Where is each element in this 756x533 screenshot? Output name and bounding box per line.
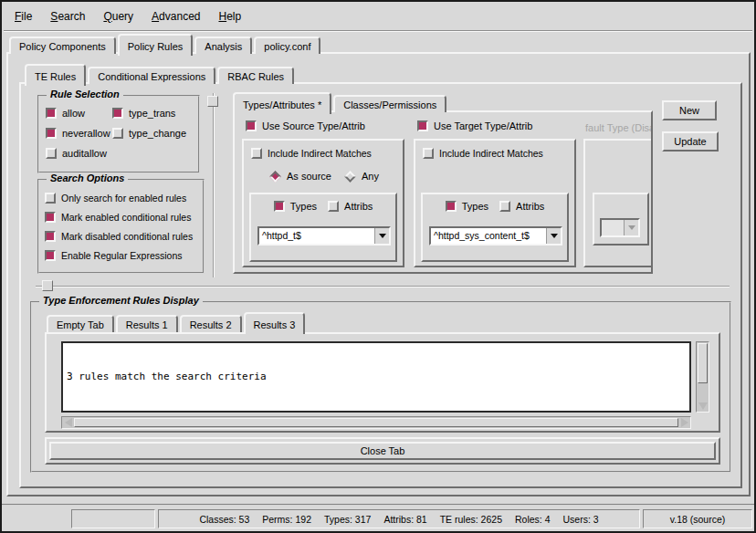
default-type-combobox bbox=[600, 218, 640, 237]
new-button[interactable]: New bbox=[662, 100, 717, 120]
checkbox-target-attribs[interactable]: Attribs bbox=[499, 201, 544, 212]
checkbox-neverallow[interactable]: neverallow bbox=[46, 128, 110, 139]
ta-tab-row: Types/Attributes * Classes/Permissions bbox=[233, 93, 448, 112]
menu-bar: File Search Query Advanced Help bbox=[5, 5, 250, 28]
menu-help[interactable]: Help bbox=[209, 6, 250, 26]
checkbox-use-source-type[interactable]: Use Source Type/Attrib bbox=[246, 120, 365, 131]
close-tab-bar: Close Tab bbox=[45, 437, 720, 465]
vertical-sash-handle[interactable] bbox=[207, 96, 218, 107]
checkbox-indicator bbox=[46, 108, 57, 119]
status-version-segment: v.18 (source) bbox=[643, 509, 752, 528]
menu-advanced[interactable]: Advanced bbox=[142, 6, 209, 26]
checkbox-use-target-type[interactable]: Use Target Type/Attrib bbox=[417, 120, 532, 131]
search-options-frame: Search Options Only search for enabled r… bbox=[37, 179, 205, 274]
types-attributes-panel: Use Source Type/Attrib Include Indirect … bbox=[233, 110, 653, 274]
checkbox-indicator bbox=[251, 148, 262, 159]
update-button[interactable]: Update bbox=[662, 131, 719, 152]
source-types-frame: Types Attribs ^httpd_t$ bbox=[249, 193, 397, 262]
source-frame: Include Indirect Matches As source Any T… bbox=[242, 139, 404, 267]
default-type-label: fault Type (Disa bbox=[585, 122, 653, 133]
tab-te-rules[interactable]: TE Rules bbox=[25, 64, 86, 86]
combo-dropdown-button[interactable] bbox=[374, 228, 389, 244]
checkbox-indicator bbox=[446, 201, 457, 212]
checkbox-mark-disabled-conditional[interactable]: Mark disabled conditional rules bbox=[45, 231, 193, 242]
stat-classes: Classes: 53 bbox=[199, 514, 249, 525]
te-rules-panel: Rule Selection allow neverallow auditall… bbox=[19, 82, 742, 488]
tab-types-attributes[interactable]: Types/Attributes * bbox=[233, 92, 331, 114]
stat-perms: Perms: 192 bbox=[262, 514, 311, 525]
checkbox-auditallow[interactable]: auditallow bbox=[46, 148, 110, 159]
tab-results-3[interactable]: Results 3 bbox=[244, 312, 306, 334]
triangle-left-icon bbox=[65, 418, 72, 427]
tab-results-1[interactable]: Results 1 bbox=[116, 315, 178, 332]
stat-users: Users: 3 bbox=[563, 514, 599, 525]
radio-as-source[interactable]: As source bbox=[269, 171, 331, 182]
target-type-combobox[interactable]: ^httpd_sys_content_t$ bbox=[429, 226, 562, 246]
results-text-area[interactable]: 3 rules match the search criteria (5822)… bbox=[61, 341, 691, 413]
checkbox-indicator bbox=[328, 201, 339, 212]
tab-rbac-rules[interactable]: RBAC Rules bbox=[217, 67, 294, 84]
checkbox-only-enabled-rules[interactable]: Only search for enabled rules bbox=[45, 193, 193, 204]
tab-conditional-expressions[interactable]: Conditional Expressions bbox=[88, 67, 215, 84]
menu-file[interactable]: File bbox=[5, 6, 41, 26]
scrollbar-thumb[interactable] bbox=[74, 418, 678, 427]
results-horizontal-scrollbar[interactable] bbox=[61, 416, 691, 429]
checkbox-indicator bbox=[112, 128, 123, 139]
vertical-sash-line bbox=[213, 93, 215, 277]
results-vertical-scrollbar[interactable] bbox=[696, 341, 709, 413]
tab-policy-conf[interactable]: policy.conf bbox=[254, 37, 320, 54]
checkbox-indicator bbox=[423, 148, 434, 159]
checkbox-source-indirect[interactable]: Include Indirect Matches bbox=[251, 148, 372, 159]
stat-attribs: Attribs: 81 bbox=[383, 514, 426, 525]
close-tab-button[interactable]: Close Tab bbox=[49, 442, 716, 460]
tab-policy-components[interactable]: Policy Components bbox=[9, 37, 116, 54]
results-tab-row: Empty Tab Results 1 Results 2 Results 3 bbox=[47, 314, 307, 332]
scroll-left-arrow[interactable] bbox=[62, 418, 74, 427]
menu-query[interactable]: Query bbox=[94, 6, 142, 26]
checkbox-enable-regex[interactable]: Enable Regular Expressions bbox=[45, 250, 193, 261]
checkbox-indicator bbox=[45, 212, 56, 223]
checkbox-indicator bbox=[246, 120, 257, 131]
chevron-down-icon bbox=[628, 225, 635, 230]
checkbox-indicator bbox=[46, 148, 57, 159]
chevron-down-icon bbox=[551, 234, 558, 238]
tab-results-2[interactable]: Results 2 bbox=[180, 315, 242, 332]
menu-search[interactable]: Search bbox=[41, 6, 94, 26]
status-stats-segment: Classes: 53 Perms: 192 Types: 317 Attrib… bbox=[158, 509, 640, 528]
radio-any[interactable]: Any bbox=[344, 171, 379, 182]
source-type-combobox[interactable]: ^httpd_t$ bbox=[257, 226, 391, 246]
tab-classes-permissions[interactable]: Classes/Permissions bbox=[333, 95, 446, 112]
combo-dropdown-button[interactable] bbox=[546, 228, 561, 244]
checkbox-indicator bbox=[45, 231, 56, 242]
status-bar: Classes: 53 Perms: 192 Types: 317 Attrib… bbox=[2, 504, 754, 531]
checkbox-source-types[interactable]: Types bbox=[274, 201, 317, 212]
tab-analysis[interactable]: Analysis bbox=[194, 37, 252, 54]
checkbox-target-indirect[interactable]: Include Indirect Matches bbox=[423, 148, 543, 159]
triangle-right-icon bbox=[681, 418, 688, 427]
target-frame: Include Indirect Matches Types Attribs ^… bbox=[414, 139, 576, 267]
checkbox-indicator bbox=[417, 120, 428, 131]
scrollbar-thumb[interactable] bbox=[698, 343, 708, 383]
checkbox-mark-enabled-conditional[interactable]: Mark enabled conditional rules bbox=[45, 212, 193, 223]
checkbox-source-attribs[interactable]: Attribs bbox=[328, 201, 373, 212]
scroll-down-arrow[interactable] bbox=[698, 400, 708, 412]
horizontal-sash-line bbox=[36, 286, 730, 287]
te-rules-display-title: Type Enforcement Rules Display bbox=[39, 295, 203, 306]
checkbox-type-trans[interactable]: type_trans bbox=[112, 108, 186, 119]
te-rules-display-frame: Type Enforcement Rules Display Empty Tab… bbox=[30, 301, 731, 473]
default-type-inner-frame bbox=[593, 193, 649, 246]
checkbox-type-change[interactable]: type_change bbox=[112, 128, 186, 139]
status-left-segment bbox=[71, 509, 155, 528]
checkbox-target-types[interactable]: Types bbox=[446, 201, 488, 212]
checkbox-allow[interactable]: allow bbox=[46, 108, 110, 119]
stat-types: Types: 317 bbox=[324, 514, 371, 525]
checkbox-indicator bbox=[499, 201, 510, 212]
version-label: v.18 (source) bbox=[670, 514, 726, 525]
horizontal-sash-handle[interactable] bbox=[42, 280, 53, 291]
app-window: File Search Query Advanced Help Policy C… bbox=[0, 0, 756, 533]
scroll-right-arrow[interactable] bbox=[678, 418, 690, 427]
sub-tab-row: TE Rules Conditional Expressions RBAC Ru… bbox=[25, 65, 296, 84]
tab-policy-rules[interactable]: Policy Rules bbox=[118, 34, 194, 56]
results-panel: 3 rules match the search criteria (5822)… bbox=[45, 332, 720, 433]
tab-empty-tab[interactable]: Empty Tab bbox=[47, 315, 114, 332]
